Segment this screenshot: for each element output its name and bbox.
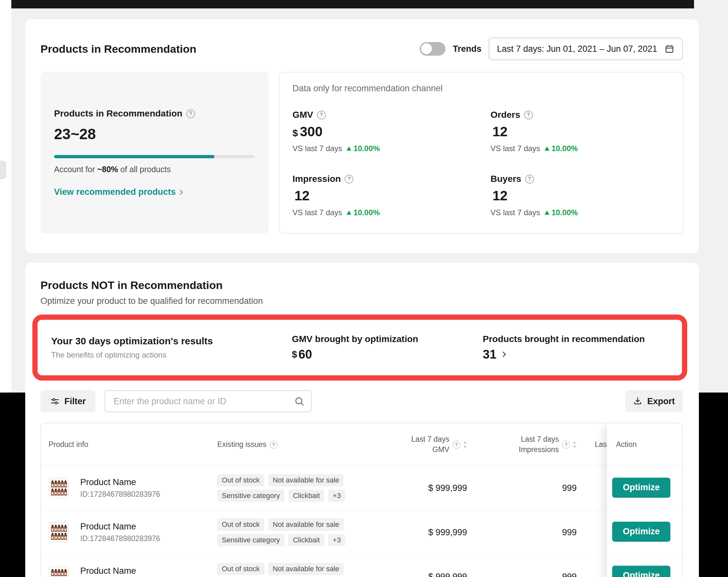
issue-badge: Sensitive category [217,534,284,546]
optimize-button[interactable]: Optimize [612,478,670,498]
progress-bar [54,155,255,158]
header-impressions-line1: Last 7 days [519,434,559,444]
optimize-button[interactable]: Optimize [612,566,670,577]
issue-badge: Clickbait [288,534,324,546]
summary-value: 23~28 [54,125,255,143]
help-icon[interactable] [562,441,570,448]
metric-gmv-vs-label: VS last 7 days [292,144,342,153]
letterbox-left [0,393,25,577]
products-not-in-recommendation-card: Products NOT in Recommendation Optimize … [25,263,699,577]
section-title-recommendation: Products in Recommendation [41,43,197,55]
products-in-recommendation-card: Products in Recommendation Trends Last 7… [25,20,699,253]
metric-orders-vs-label: VS last 7 days [491,144,540,153]
export-label: Export [647,396,675,406]
product-image [49,522,69,543]
issue-badge: Clickbait [288,490,324,502]
issue-badge: Out of stock [217,519,264,531]
gmv-cell: $ 999,999 [379,572,467,577]
action-cell: Optimize [607,510,682,554]
results-products-column: Products brought in recommendation 31 [483,334,669,362]
metric-gmv: GMV $300 VS last 7 days 10.00% [292,110,491,153]
toggle-knob [421,43,432,54]
metric-orders-delta: 10.00% [551,144,577,153]
issue-badge: Not available for sale [268,519,344,531]
metric-impression-label: Impression [292,174,341,184]
product-name: Product Name [80,522,160,532]
header-gmv-line2: GMV [411,445,449,455]
help-icon[interactable] [270,441,278,448]
issue-badge: Sensitive category [217,490,284,502]
summary-note-prefix: Account for [54,165,97,174]
top-window-edge [11,0,694,8]
table-toolbar: Filter Export [41,390,683,412]
metric-gmv-value: 300 [300,124,322,139]
summary-note: Account for ~80% of all products [54,165,255,174]
header-gmv-line1: Last 7 days [411,434,449,444]
metric-buyers-delta: 10.00% [551,208,577,217]
action-cell: Optimize [607,466,682,510]
results-gmv-label: GMV brought by optimization [292,334,483,344]
section-title-not-recommendation: Products NOT in Recommendation [41,279,684,292]
export-icon [633,396,643,406]
issue-badge: Not available for sale [268,474,344,487]
action-cell: Optimize [607,554,682,577]
sort-icon[interactable] [572,441,577,448]
optimize-button[interactable]: Optimize [612,522,670,542]
help-icon[interactable] [453,441,461,448]
impressions-cell: 999 [467,572,577,577]
trends-label: Trends [453,44,482,54]
header-product-info: Product info [41,440,217,449]
filter-icon [50,396,60,406]
table-row: Product Name ID:17284678980283976 Out of… [41,555,682,577]
card1-controls: Trends Last 7 days: Jun 01, 2021 – Jun 0… [420,37,683,60]
help-icon[interactable] [345,175,353,183]
gmv-cell: $ 999,999 [379,483,467,493]
increase-icon [545,210,549,215]
issue-badge-more[interactable]: +3 [328,534,345,546]
card1-header: Products in Recommendation Trends Last 7… [25,20,699,60]
trends-toggle[interactable] [420,42,445,56]
view-recommended-products-link[interactable]: View recommended products [54,187,255,197]
product-id: ID:17284678980283976 [80,534,160,543]
channel-note: Data only for recommendation channel [292,83,670,94]
sort-icon[interactable] [463,441,467,448]
metric-orders-value: 12 [492,124,508,139]
header-existing-issues-label: Existing issues [217,440,266,449]
header-impressions-line2: Impressions [519,445,559,455]
chevron-right-icon[interactable] [500,350,508,358]
help-icon[interactable] [524,111,533,120]
issue-badge-more[interactable]: +3 [328,490,345,502]
metric-impression-delta: 10.00% [353,208,380,217]
section-subtitle: Optimize your product to be qualified fo… [41,296,684,306]
results-products-value: 31 [483,347,496,362]
summary-note-bold: ~80% [97,165,118,174]
help-icon[interactable] [525,175,534,183]
issue-badge: Out of stock [217,474,264,487]
metric-buyers-label: Buyers [491,174,521,184]
impressions-cell: 999 [467,527,577,537]
recommendation-summary-card: Products in Recommendation 23~28 Account… [41,72,268,234]
results-subtitle: The benefits of optimizing actions [51,350,292,360]
increase-icon [346,210,352,215]
side-panel-handle[interactable] [0,161,6,179]
table-header-row: Product info Existing issues Last 7 days… [41,423,682,466]
results-products-label: Products brought in recommendation [483,334,669,344]
card1-body: Products in Recommendation 23~28 Account… [41,72,684,234]
date-range-picker[interactable]: Last 7 days: Jun 01, 2021 – Jun 07, 2021 [489,37,683,60]
export-button[interactable]: Export [625,390,683,412]
search-input[interactable] [105,390,312,412]
help-icon[interactable] [186,109,195,118]
increase-icon [346,146,352,151]
summary-title: Products in Recommendation [54,108,182,119]
metric-gmv-currency: $ [292,128,298,138]
metric-orders: Orders 12 VS last 7 days 10.00% [491,110,670,153]
date-range-text: Last 7 days: Jun 01, 2021 – Jun 07, 2021 [497,44,657,54]
annotation-highlight: Your 30 days optimization's results The … [32,315,687,381]
issue-badge: Out of stock [217,563,264,575]
filter-button[interactable]: Filter [41,390,96,412]
product-search [105,390,312,412]
channel-metrics-card: Data only for recommendation channel GMV… [279,72,684,234]
product-image [49,566,69,577]
search-icon[interactable] [294,396,305,406]
help-icon[interactable] [317,111,326,120]
